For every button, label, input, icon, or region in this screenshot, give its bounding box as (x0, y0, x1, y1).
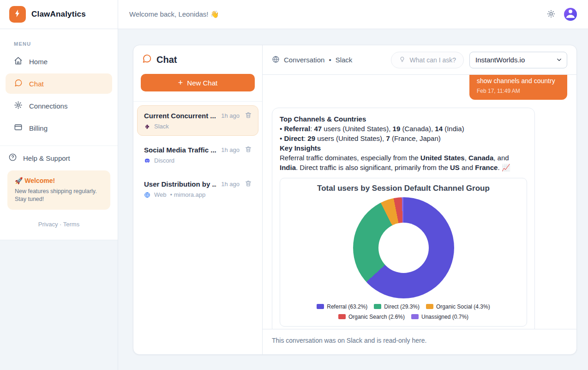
welcome-card: 🚀 Welcome! New features shipping regular… (7, 170, 110, 210)
chart-title: Total users by Session Default Channel G… (286, 184, 521, 193)
globe-icon (272, 55, 280, 65)
sidebar-nav: Home Chat Connections (0, 51, 118, 138)
user-avatar[interactable] (564, 8, 577, 21)
what-can-i-ask-button[interactable]: What can I ask? (391, 52, 464, 68)
legend-item: Organic Search (2.6%) (338, 314, 405, 320)
sidebar-item-label: Billing (29, 124, 48, 132)
globe-icon (144, 192, 150, 198)
app-logo (9, 6, 26, 23)
sidebar-item-connections[interactable]: Connections (6, 96, 112, 116)
chat-app-card: Chat + New Chat Current Concurrent ... 1… (133, 45, 577, 355)
new-chat-button[interactable]: + New Chat (141, 74, 255, 91)
help-circle-icon (8, 153, 17, 163)
chat-list-pane: Chat + New Chat Current Concurrent ... 1… (133, 45, 263, 354)
chat-panel-title: Chat (156, 55, 177, 65)
sidebar-item-label: Chat (29, 80, 44, 88)
bolt-icon (13, 9, 22, 20)
user-message-bubble: show channels and country Feb 17, 11:49 … (469, 75, 567, 100)
welcome-card-body: New features shipping regularly. Stay tu… (15, 188, 103, 203)
gear-icon (14, 101, 23, 111)
app-root: ClawAnalytics MENU Home Chat (0, 0, 588, 370)
chat-item-channel: Web (154, 191, 167, 198)
terms-link[interactable]: Terms (63, 221, 79, 228)
privacy-link[interactable]: Privacy (38, 221, 58, 228)
legend-swatch (411, 314, 419, 319)
conversation-source: Slack (336, 56, 353, 64)
delete-chat-button[interactable] (244, 180, 252, 188)
title-separator: • (329, 56, 331, 64)
assistant-message-bubble: Top Channels & Countries• Referral: 47 u… (272, 108, 535, 329)
sidebar-item-label: Home (29, 58, 48, 66)
chat-bubble-icon (142, 54, 152, 66)
legal-links: Privacy · Terms (0, 221, 118, 228)
trash-icon (245, 182, 252, 188)
legend-item: Referral (63.2%) (317, 303, 367, 310)
credit-card-icon (14, 123, 23, 133)
help-support-link[interactable]: Help & Support (0, 146, 118, 166)
chat-title-row: Chat (142, 54, 254, 66)
conversation-footer: This conversation was on Slack and is re… (263, 329, 576, 354)
chat-item-title: User Distribution by ... (144, 180, 216, 188)
user-message-time: Feb 17, 11:49 AM (477, 88, 560, 94)
header-actions (546, 8, 577, 21)
trash-icon (245, 147, 252, 154)
chart-card: Total users by Session Default Channel G… (280, 178, 527, 327)
discord-icon (144, 158, 150, 164)
lightbulb-icon (399, 56, 406, 64)
legend-swatch (426, 304, 433, 309)
chat-list-item[interactable]: Current Concurrent ... 1h ago Slack (137, 105, 258, 136)
chat-item-time: 1h ago (221, 146, 240, 153)
legal-separator: · (60, 221, 61, 228)
legend-item: Unassigned (0.7%) (411, 314, 468, 320)
legend-item: Direct (29.3%) (374, 303, 420, 310)
chat-item-time: 1h ago (221, 112, 240, 119)
chat-item-title: Social Media Traffic ... (144, 146, 216, 154)
brand-row: ClawAnalytics (0, 0, 118, 29)
sidebar-item-label: Connections (29, 102, 67, 110)
chat-list: Current Concurrent ... 1h ago Slack Soci… (133, 102, 262, 208)
sidebar-item-billing[interactable]: Billing (6, 118, 112, 138)
brand-name: ClawAnalytics (31, 10, 86, 19)
help-support-label: Help & Support (23, 154, 70, 162)
welcome-card-title: 🚀 Welcome! (15, 177, 103, 184)
trash-icon (245, 113, 252, 120)
legend-swatch (374, 304, 381, 309)
messages-area: show channels and country Feb 17, 11:49 … (263, 75, 576, 329)
chat-list-item[interactable]: Social Media Traffic ... 1h ago Discord (137, 140, 258, 170)
legend-swatch (338, 314, 346, 319)
legend-swatch (317, 304, 324, 309)
sidebar-item-home[interactable]: Home (6, 51, 112, 72)
greeting-text: Welcome back, Leonidas! 👋 (129, 10, 219, 18)
legend-item: Organic Social (4.3%) (426, 303, 490, 310)
theme-toggle-button[interactable] (546, 9, 557, 20)
plus-icon: + (178, 79, 183, 87)
content-area: Chat + New Chat Current Concurrent ... 1… (118, 29, 588, 370)
assistant-message-text: Top Channels & Countries• Referral: 47 u… (280, 114, 527, 172)
chat-item-time: 1h ago (221, 181, 240, 188)
chat-item-detail: • mimora.app (170, 191, 206, 198)
chat-item-channel: Slack (154, 123, 169, 130)
chat-item-channel: Discord (154, 157, 174, 164)
top-header: Welcome back, Leonidas! 👋 (118, 0, 588, 29)
delete-chat-button[interactable] (244, 146, 252, 154)
person-icon (564, 8, 576, 21)
chat-pane-header: Chat + New Chat (133, 45, 262, 102)
chat-bubble-icon (14, 79, 23, 89)
menu-section-label: MENU (14, 41, 118, 47)
chat-list-item[interactable]: User Distribution by ... 1h ago Web • mi… (137, 174, 258, 204)
sidebar-item-chat[interactable]: Chat (6, 73, 112, 94)
read-only-note: This conversation was on Slack and is re… (272, 337, 426, 344)
home-icon (14, 56, 23, 67)
main-column: Welcome back, Leonidas! 👋 (118, 0, 588, 370)
delete-chat-button[interactable] (244, 111, 252, 120)
project-select[interactable]: InstantWorlds.io (469, 52, 567, 68)
slack-icon (144, 123, 150, 130)
donut-chart (353, 197, 454, 298)
chart-legend: Referral (63.2%)Direct (29.3%)Organic So… (286, 303, 521, 320)
project-select-wrap: InstantWorlds.io (469, 52, 567, 68)
conversation-header: Conversation • Slack What can I ask? (263, 45, 576, 75)
sidebar-panel: ClawAnalytics MENU Home Chat (0, 0, 118, 240)
conversation-pane: Conversation • Slack What can I ask? (263, 45, 576, 354)
conversation-title: Conversation • Slack (272, 55, 352, 65)
sidebar: ClawAnalytics MENU Home Chat (0, 0, 118, 370)
